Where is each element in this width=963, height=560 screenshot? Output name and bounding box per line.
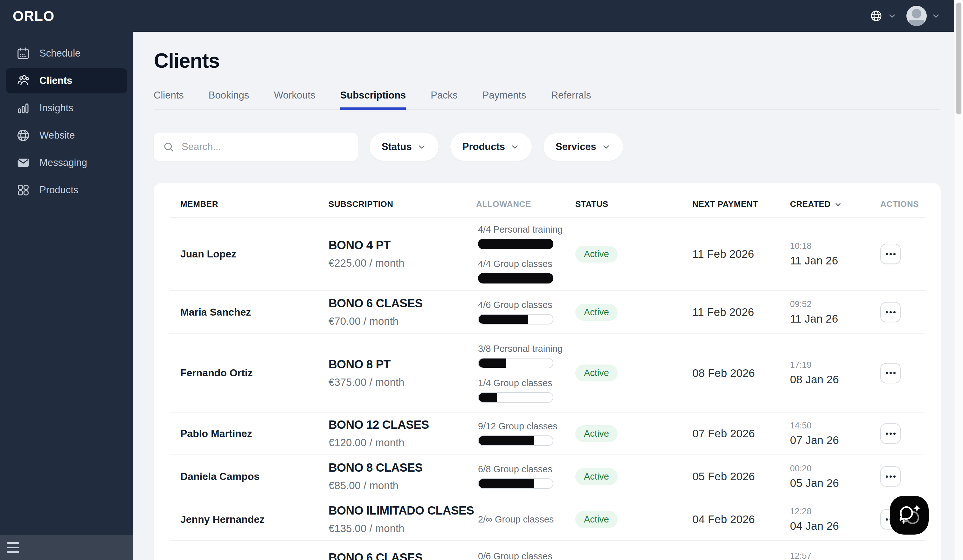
calendar-icon [16,46,31,61]
row-actions-button[interactable] [880,423,901,443]
allowance-progress-bar [478,273,553,283]
next-payment: 08 Feb 2026 [692,367,790,379]
sidebar-item-insights[interactable]: Insights [6,95,127,121]
hamburger-icon[interactable] [7,542,19,553]
subscription-price: €225.00 / month [329,257,476,269]
column-header-status[interactable]: STATUS [576,199,692,209]
chat-widget-button[interactable] [890,496,929,534]
page-scrollbar[interactable] [954,0,963,560]
tab-clients[interactable]: Clients [154,90,184,109]
allowance-progress-bar [478,478,553,489]
status-filter-dropdown[interactable]: Status [370,133,439,161]
subscription-name: BONO ILIMITADO CLASES [329,504,476,518]
mail-icon [16,155,31,170]
subscription-price: €70.00 / month [329,315,476,327]
table-header-row: MEMBER SUBSCRIPTION ALLOWANCE STATUS NEX… [170,183,925,218]
row-actions-button[interactable] [880,363,901,383]
created-time: 17:19 [790,360,864,370]
scrollbar-thumb[interactable] [956,3,961,115]
table-row: Jenny Hernandez BONO ILIMITADO CLASES €1… [170,498,925,541]
created-date: 04 Jan 26 [790,520,864,532]
search-box[interactable] [154,133,358,161]
row-actions-button[interactable] [880,244,901,264]
tab-payments[interactable]: Payments [482,90,526,109]
allowance-progress-bar [478,239,553,249]
sidebar-item-label: Clients [39,75,72,86]
tab-packs[interactable]: Packs [431,90,457,109]
chevron-down-icon [887,11,897,21]
chevron-down-icon [417,142,426,152]
sidebar-item-clients[interactable]: Clients [6,68,127,94]
subscription-name: BONO 8 PT [329,358,476,371]
table-row: Maria Sanchez BONO 6 CLASES €70.00 / mon… [170,291,925,334]
next-payment: 11 Feb 2026 [692,248,790,260]
created-cell: 17:19 08 Jan 26 [790,360,864,386]
status-badge: Active [576,364,618,381]
subscription-cell: BONO 12 CLASES €120.00 / month [329,418,476,449]
sidebar-item-website[interactable]: Website [6,123,127,148]
subscription-price: €375.00 / month [329,376,476,388]
table-row: Juan Lopez BONO 4 PT €225.00 / month 4/4… [170,218,925,291]
member-name: Maria Sanchez [170,306,329,318]
filter-bar: Status Products Services [154,133,623,161]
top-bar: ORLO [0,0,963,32]
allowance-label: 4/6 Group classes [478,300,576,310]
created-time: 12:28 [790,507,864,516]
page-title: Clients [154,49,219,73]
allowance-label: 4/4 Group classes [478,259,576,269]
allowance-label: 4/4 Personal training [478,224,576,235]
sidebar: Schedule Clients Insights Website [0,0,133,560]
created-time: 14:50 [790,421,864,431]
next-payment: 05 Feb 2026 [692,470,790,483]
column-header-subscription[interactable]: SUBSCRIPTION [329,199,476,209]
search-input[interactable] [182,141,334,152]
allowance-cell: 3/8 Personal training 1/4 Group classes [476,343,576,403]
sidebar-item-products[interactable]: Products [6,177,127,203]
column-header-allowance: ALLOWANCE [476,199,576,209]
globe-icon [869,9,883,23]
chat-sparkle-icon [895,500,924,530]
status-badge: Active [576,511,618,528]
tab-workouts[interactable]: Workouts [274,90,315,109]
allowance-label: 3/8 Personal training [478,343,576,354]
sidebar-item-label: Schedule [39,48,81,59]
tab-bookings[interactable]: Bookings [209,90,249,109]
column-header-created[interactable]: CREATED [790,199,864,209]
created-date: 11 Jan 26 [790,254,864,267]
status-badge: Active [576,304,618,320]
sidebar-item-label: Products [39,185,78,196]
products-filter-dropdown[interactable]: Products [450,133,532,161]
tab-subscriptions[interactable]: Subscriptions [340,90,406,109]
subscription-name: BONO 6 CLASES [329,551,476,560]
row-actions-button[interactable] [880,466,901,487]
created-time: 10:18 [790,241,864,251]
search-icon [162,141,175,153]
language-menu[interactable] [869,9,897,23]
sort-chevron-icon [834,200,842,209]
created-cell: 14:50 07 Jan 26 [790,421,864,447]
allowance-cell: 2/∞ Group classes [476,514,576,525]
subscription-cell: BONO ILIMITADO CLASES €135.00 / month [329,504,476,534]
member-name: Juan Lopez [170,248,329,260]
subscription-cell: BONO 4 PT €225.00 / month [329,239,476,269]
tab-referrals[interactable]: Referrals [551,90,591,109]
services-filter-dropdown[interactable]: Services [543,133,623,161]
next-payment: 11 Feb 2026 [692,306,790,319]
created-cell: 12:57 [790,541,864,560]
row-actions-button[interactable] [880,302,901,322]
column-header-member[interactable]: MEMBER [170,199,329,209]
sidebar-item-messaging[interactable]: Messaging [6,150,127,175]
created-cell: 00:20 05 Jan 26 [790,464,864,489]
member-name: Daniela Campos [170,471,329,482]
next-payment: 07 Feb 2026 [692,427,790,440]
sidebar-item-schedule[interactable]: Schedule [6,40,127,66]
sidebar-item-label: Messaging [39,157,87,168]
allowance-label: 1/4 Group classes [478,378,576,388]
subscription-name: BONO 8 CLASES [329,461,476,474]
allowance-label: 2/∞ Group classes [478,514,576,525]
account-menu[interactable] [906,6,941,26]
subscription-cell: BONO 8 PT €375.00 / month [329,358,476,388]
column-header-next-payment[interactable]: NEXT PAYMENT [692,199,790,209]
chevron-down-icon [931,11,941,21]
person-icon [912,9,921,18]
